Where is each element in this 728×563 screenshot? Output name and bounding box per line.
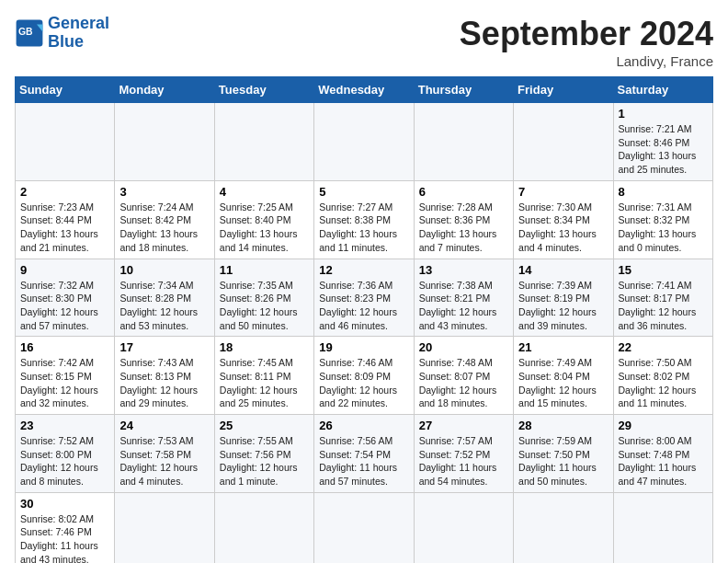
logo-line2: Blue xyxy=(48,32,84,51)
calendar-cell: 15 Sunrise: 7:41 AMSunset: 8:17 PMDaylig… xyxy=(613,259,712,337)
calendar-cell: 24 Sunrise: 7:53 AMSunset: 7:58 PMDaylig… xyxy=(115,415,214,493)
calendar-cell: 12 Sunrise: 7:36 AMSunset: 8:23 PMDaylig… xyxy=(314,259,414,337)
calendar-cell: 18 Sunrise: 7:45 AMSunset: 8:11 PMDaylig… xyxy=(214,337,313,415)
day-info: Sunrise: 7:36 AMSunset: 8:23 PMDaylight:… xyxy=(319,280,397,331)
day-info: Sunrise: 7:50 AMSunset: 8:02 PMDaylight:… xyxy=(619,357,697,408)
day-number: 1 xyxy=(619,107,708,121)
calendar-row-5: 23 Sunrise: 7:52 AMSunset: 8:00 PMDaylig… xyxy=(16,415,713,493)
day-number: 17 xyxy=(119,340,209,354)
day-number: 8 xyxy=(619,185,708,199)
calendar-cell: 1 Sunrise: 7:21 AMSunset: 8:46 PMDayligh… xyxy=(613,103,712,181)
calendar-cell xyxy=(214,492,313,563)
day-number: 15 xyxy=(619,263,708,277)
day-info: Sunrise: 7:42 AMSunset: 8:15 PMDaylight:… xyxy=(20,357,98,408)
day-info: Sunrise: 8:02 AMSunset: 7:46 PMDaylight:… xyxy=(20,513,98,563)
day-number: 23 xyxy=(20,419,109,432)
day-number: 11 xyxy=(220,263,309,277)
calendar-cell: 20 Sunrise: 7:48 AMSunset: 8:07 PMDaylig… xyxy=(414,337,513,415)
day-info: Sunrise: 7:39 AMSunset: 8:19 PMDaylight:… xyxy=(518,280,597,331)
day-info: Sunrise: 7:59 AMSunset: 7:50 PMDaylight:… xyxy=(518,435,597,487)
calendar-cell xyxy=(613,492,712,563)
calendar-cell: 26 Sunrise: 7:56 AMSunset: 7:54 PMDaylig… xyxy=(314,415,414,493)
calendar-row-2: 2 Sunrise: 7:23 AMSunset: 8:44 PMDayligh… xyxy=(16,180,713,259)
calendar-cell: 28 Sunrise: 7:59 AMSunset: 7:50 PMDaylig… xyxy=(514,415,613,493)
logo-line1: General xyxy=(48,14,109,32)
day-number: 24 xyxy=(119,419,209,432)
calendar-cell xyxy=(314,103,414,181)
calendar-cell: 11 Sunrise: 7:35 AMSunset: 8:26 PMDaylig… xyxy=(214,259,313,337)
calendar-cell: 19 Sunrise: 7:46 AMSunset: 8:09 PMDaylig… xyxy=(314,337,414,415)
header-thursday: Thursday xyxy=(414,77,513,103)
day-info: Sunrise: 7:45 AMSunset: 8:11 PMDaylight:… xyxy=(220,357,298,408)
calendar-cell: 23 Sunrise: 7:52 AMSunset: 8:00 PMDaylig… xyxy=(16,415,115,493)
header-sunday: Sunday xyxy=(16,77,115,103)
calendar-cell: 6 Sunrise: 7:28 AMSunset: 8:36 PMDayligh… xyxy=(414,180,513,259)
calendar-cell: 29 Sunrise: 8:00 AMSunset: 7:48 PMDaylig… xyxy=(613,415,712,493)
day-number: 14 xyxy=(518,263,608,277)
calendar-cell: 14 Sunrise: 7:39 AMSunset: 8:19 PMDaylig… xyxy=(514,259,613,337)
calendar-cell: 30 Sunrise: 8:02 AMSunset: 7:46 PMDaylig… xyxy=(16,492,115,563)
day-info: Sunrise: 7:46 AMSunset: 8:09 PMDaylight:… xyxy=(319,357,397,408)
calendar-row-1: 1 Sunrise: 7:21 AMSunset: 8:46 PMDayligh… xyxy=(16,103,713,181)
day-number: 13 xyxy=(419,263,508,277)
day-info: Sunrise: 7:35 AMSunset: 8:26 PMDaylight:… xyxy=(220,280,298,331)
calendar-cell xyxy=(214,103,313,181)
day-info: Sunrise: 7:21 AMSunset: 8:46 PMDaylight:… xyxy=(619,123,697,175)
day-number: 6 xyxy=(419,185,508,199)
day-number: 12 xyxy=(319,263,408,277)
day-info: Sunrise: 7:30 AMSunset: 8:34 PMDaylight:… xyxy=(518,201,597,253)
svg-text:GB: GB xyxy=(18,26,33,36)
calendar-cell: 22 Sunrise: 7:50 AMSunset: 8:02 PMDaylig… xyxy=(613,337,712,415)
day-number: 20 xyxy=(419,340,508,354)
day-number: 26 xyxy=(319,419,408,432)
header-tuesday: Tuesday xyxy=(214,77,313,103)
day-info: Sunrise: 7:31 AMSunset: 8:32 PMDaylight:… xyxy=(619,201,697,253)
calendar-row-4: 16 Sunrise: 7:42 AMSunset: 8:15 PMDaylig… xyxy=(16,337,713,415)
day-number: 9 xyxy=(20,263,109,277)
logo: GB General Blue xyxy=(15,15,109,52)
calendar-cell: 9 Sunrise: 7:32 AMSunset: 8:30 PMDayligh… xyxy=(16,259,115,337)
month-title: September 2024 xyxy=(460,15,713,53)
calendar-cell: 10 Sunrise: 7:34 AMSunset: 8:28 PMDaylig… xyxy=(115,259,214,337)
day-number: 19 xyxy=(319,340,408,354)
calendar-row-3: 9 Sunrise: 7:32 AMSunset: 8:30 PMDayligh… xyxy=(16,259,713,337)
header-row: Sunday Monday Tuesday Wednesday Thursday… xyxy=(16,77,713,103)
day-number: 10 xyxy=(119,263,209,277)
day-info: Sunrise: 7:49 AMSunset: 8:04 PMDaylight:… xyxy=(518,357,597,408)
calendar-cell: 21 Sunrise: 7:49 AMSunset: 8:04 PMDaylig… xyxy=(514,337,613,415)
day-info: Sunrise: 7:24 AMSunset: 8:42 PMDaylight:… xyxy=(119,201,198,253)
header-wednesday: Wednesday xyxy=(314,77,414,103)
day-number: 5 xyxy=(319,185,408,199)
calendar-cell xyxy=(514,492,613,563)
day-number: 4 xyxy=(220,185,309,199)
calendar-cell: 4 Sunrise: 7:25 AMSunset: 8:40 PMDayligh… xyxy=(214,180,313,259)
calendar-cell: 25 Sunrise: 7:55 AMSunset: 7:56 PMDaylig… xyxy=(214,415,313,493)
calendar-cell xyxy=(115,492,214,563)
day-info: Sunrise: 7:41 AMSunset: 8:17 PMDaylight:… xyxy=(619,280,697,331)
day-number: 25 xyxy=(220,419,309,432)
day-number: 3 xyxy=(119,185,209,199)
calendar-cell xyxy=(414,492,513,563)
day-number: 27 xyxy=(419,419,508,432)
calendar-cell: 13 Sunrise: 7:38 AMSunset: 8:21 PMDaylig… xyxy=(414,259,513,337)
calendar-cell xyxy=(16,103,115,181)
day-number: 16 xyxy=(20,340,109,354)
calendar-cell xyxy=(414,103,513,181)
day-info: Sunrise: 7:57 AMSunset: 7:52 PMDaylight:… xyxy=(419,435,497,487)
day-number: 22 xyxy=(619,340,708,354)
calendar-row-6: 30 Sunrise: 8:02 AMSunset: 7:46 PMDaylig… xyxy=(16,492,713,563)
day-info: Sunrise: 7:55 AMSunset: 7:56 PMDaylight:… xyxy=(220,435,298,487)
calendar-cell: 3 Sunrise: 7:24 AMSunset: 8:42 PMDayligh… xyxy=(115,180,214,259)
day-number: 7 xyxy=(518,185,608,199)
page-header: GB General Blue September 2024 Landivy, … xyxy=(15,15,713,69)
day-info: Sunrise: 7:52 AMSunset: 8:00 PMDaylight:… xyxy=(20,435,98,487)
logo-icon: GB xyxy=(15,18,44,48)
calendar-cell: 5 Sunrise: 7:27 AMSunset: 8:38 PMDayligh… xyxy=(314,180,414,259)
day-info: Sunrise: 7:53 AMSunset: 7:58 PMDaylight:… xyxy=(119,435,198,487)
day-info: Sunrise: 7:32 AMSunset: 8:30 PMDaylight:… xyxy=(20,280,98,331)
day-info: Sunrise: 8:00 AMSunset: 7:48 PMDaylight:… xyxy=(619,435,697,487)
calendar-cell: 7 Sunrise: 7:30 AMSunset: 8:34 PMDayligh… xyxy=(514,180,613,259)
header-saturday: Saturday xyxy=(613,77,712,103)
calendar-cell: 27 Sunrise: 7:57 AMSunset: 7:52 PMDaylig… xyxy=(414,415,513,493)
header-friday: Friday xyxy=(514,77,613,103)
